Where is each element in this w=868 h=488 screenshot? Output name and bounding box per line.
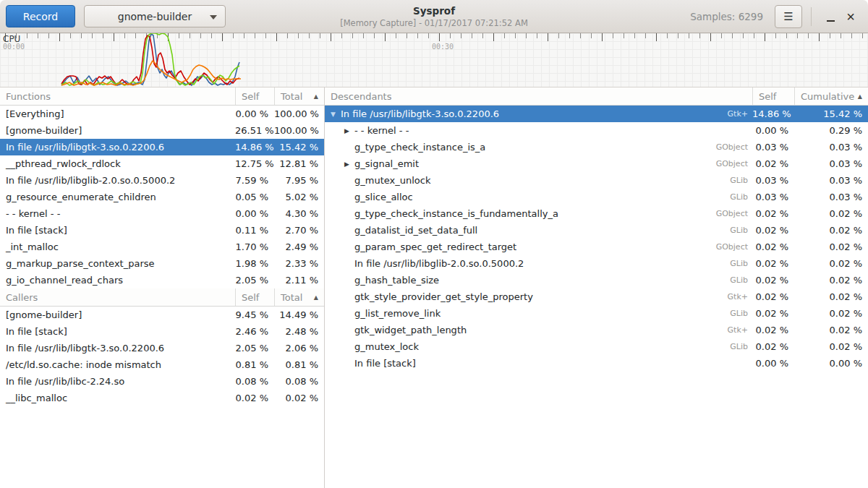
cpu-graph[interactable]: CPU 00:00 00:30	[0, 33, 868, 87]
row-name-cell: g_markup_parse_context_parse	[0, 258, 235, 269]
library-tag: Gtk+	[728, 109, 752, 119]
row-cumulative-value: 0.02 %	[794, 308, 868, 319]
table-row[interactable]: /etc/ld.so.cache: inode mismatch0.81 %0.…	[0, 356, 324, 373]
table-row[interactable]: g_hash_table_sizeGLib0.02 %0.02 %	[325, 272, 868, 288]
row-name-cell: __libc_malloc	[0, 393, 235, 403]
row-cumulative-value: 0.02 %	[794, 208, 868, 219]
expander-open-icon[interactable]: ▼	[331, 111, 341, 118]
sort-ascending-icon: ▲	[314, 294, 318, 301]
row-self-value: 0.00 %	[752, 358, 794, 369]
descendants-table-body: ▼In file /usr/lib/libgtk-3.so.0.2200.6Gt…	[325, 106, 868, 372]
cpu-lines-chart	[0, 33, 868, 87]
column-header-self[interactable]: Self	[235, 87, 274, 105]
table-row[interactable]: g_io_channel_read_chars2.05 %2.11 %	[0, 272, 324, 288]
sysprof-window: Record gnome-builder Sysprof [Memory Cap…	[0, 0, 868, 488]
row-label: In file /usr/lib/libgtk-3.so.0.2200.6	[6, 343, 164, 354]
table-row[interactable]: In file /usr/lib/libglib-2.0.so.0.5000.2…	[0, 172, 324, 189]
row-label: g_markup_parse_context_parse	[6, 258, 155, 269]
table-row[interactable]: In file /usr/lib/libc-2.24.so0.08 %0.08 …	[0, 373, 324, 390]
minimize-button[interactable]	[820, 5, 841, 28]
column-header-self[interactable]: Self	[235, 288, 274, 306]
table-row[interactable]: ▼In file /usr/lib/libgtk-3.so.0.2200.6Gt…	[325, 106, 868, 122]
row-cumulative-value: 0.29 %	[794, 125, 868, 136]
table-row[interactable]: In file [stack]2.46 %2.48 %	[0, 323, 324, 340]
table-row[interactable]: __pthread_rwlock_rdlock12.75 %12.81 %	[0, 155, 324, 172]
expander-closed-icon[interactable]: ▶	[344, 127, 354, 134]
process-selector-dropdown[interactable]: gnome-builder	[84, 5, 226, 27]
column-header-descendants[interactable]: Descendants	[325, 87, 752, 105]
library-tag: Gtk+	[728, 292, 752, 301]
row-name-cell: g_param_spec_get_redirect_targetGObject	[325, 241, 752, 252]
table-row[interactable]: g_markup_parse_context_parse1.98 %2.33 %	[0, 255, 324, 272]
row-cumulative-value: 0.02 %	[794, 341, 868, 352]
row-cumulative-value: 0.02 %	[794, 291, 868, 302]
table-row[interactable]: g_list_remove_linkGLib0.02 %0.02 %	[325, 305, 868, 322]
row-name-cell: _int_malloc	[0, 241, 235, 252]
table-row[interactable]: In file [stack]0.00 %0.00 %	[325, 355, 868, 372]
row-cumulative-value: 0.02 %	[794, 225, 868, 236]
row-cumulative-value: 0.02 %	[794, 258, 868, 269]
samples-count: Samples: 6299	[690, 11, 763, 22]
table-row[interactable]: g_mutex_lockGLib0.02 %0.02 %	[325, 338, 868, 355]
row-total-value: 100.00 %	[274, 125, 324, 136]
minimize-icon	[827, 20, 835, 22]
table-row[interactable]: gtk_style_provider_get_style_propertyGtk…	[325, 288, 868, 305]
row-label: In file /usr/lib/libglib-2.0.so.0.5000.2	[6, 175, 175, 186]
expander-closed-icon[interactable]: ▶	[344, 160, 354, 168]
row-name-cell: g_datalist_id_set_data_fullGLib	[325, 225, 752, 236]
row-self-value: 0.03 %	[752, 175, 794, 186]
table-row[interactable]: [gnome-builder]26.51 %100.00 %	[0, 122, 324, 139]
row-total-value: 0.02 %	[274, 393, 324, 403]
chevron-down-icon	[210, 15, 217, 20]
table-row[interactable]: g_mutex_unlockGLib0.03 %0.03 %	[325, 172, 868, 189]
library-tag: Gtk+	[728, 325, 752, 335]
column-header-total[interactable]: Total ▲	[274, 288, 324, 306]
row-name-cell: g_type_check_instance_is_fundamentally_a…	[325, 208, 752, 219]
row-label: _int_malloc	[6, 241, 59, 252]
table-row[interactable]: [Everything]0.00 %100.00 %	[0, 106, 324, 122]
close-icon: ×	[846, 9, 855, 24]
table-row[interactable]: In file /usr/lib/libglib-2.0.so.0.5000.2…	[325, 255, 868, 272]
table-row[interactable]: g_resource_enumerate_children0.05 %5.02 …	[0, 189, 324, 205]
column-header-total-label: Total	[281, 292, 302, 303]
table-row[interactable]: In file /usr/lib/libgtk-3.so.0.2200.614.…	[0, 139, 324, 155]
column-header-self[interactable]: Self	[752, 87, 794, 105]
table-row[interactable]: In file [stack]0.11 %2.70 %	[0, 222, 324, 239]
table-row[interactable]: g_type_check_instance_is_fundamentally_a…	[325, 205, 868, 222]
row-label: g_type_check_instance_is_a	[354, 142, 485, 153]
table-row[interactable]: _int_malloc1.70 %2.49 %	[0, 239, 324, 255]
table-row[interactable]: g_slice_allocGLib0.03 %0.03 %	[325, 189, 868, 205]
row-name-cell: In file [stack]	[325, 358, 752, 369]
row-cumulative-value: 0.03 %	[794, 175, 868, 186]
window-title: Sysprof	[413, 5, 455, 17]
row-self-value: 0.00 %	[235, 208, 274, 219]
row-self-value: 0.11 %	[235, 225, 274, 236]
row-self-value: 0.05 %	[235, 192, 274, 202]
row-self-value: 0.02 %	[752, 341, 794, 352]
close-button[interactable]: ×	[841, 5, 861, 28]
table-row[interactable]: __libc_malloc0.02 %0.02 %	[0, 390, 324, 406]
row-label: In file [stack]	[354, 358, 416, 369]
column-header-cumulative[interactable]: Cumulative ▲	[794, 87, 868, 105]
hamburger-icon: ☰	[783, 10, 793, 22]
menu-button[interactable]: ☰	[775, 5, 802, 28]
library-tag: GObject	[716, 142, 752, 152]
table-row[interactable]: g_datalist_id_set_data_fullGLib0.02 %0.0…	[325, 222, 868, 239]
row-name-cell: [Everything]	[0, 108, 235, 119]
row-self-value: 2.05 %	[235, 275, 274, 286]
table-row[interactable]: In file /usr/lib/libgtk-3.so.0.2200.62.0…	[0, 340, 324, 356]
row-label: g_datalist_id_set_data_full	[354, 225, 477, 236]
table-row[interactable]: gtk_widget_path_lengthGtk+0.02 %0.02 %	[325, 322, 868, 338]
table-row[interactable]: [gnome-builder]9.45 %14.49 %	[0, 307, 324, 323]
column-header-callers[interactable]: Callers	[0, 288, 235, 306]
record-button[interactable]: Record	[6, 5, 75, 27]
table-row[interactable]: - - kernel - -0.00 %4.30 %	[0, 205, 324, 222]
column-header-total[interactable]: Total ▲	[274, 87, 324, 105]
column-header-functions[interactable]: Functions	[0, 87, 235, 105]
table-row[interactable]: ▶- - kernel - -0.00 %0.29 %	[325, 122, 868, 139]
table-row[interactable]: g_param_spec_get_redirect_targetGObject0…	[325, 239, 868, 255]
table-row[interactable]: ▶g_signal_emitGObject0.02 %0.03 %	[325, 155, 868, 172]
table-row[interactable]: g_type_check_instance_is_aGObject0.03 %0…	[325, 139, 868, 155]
row-name-cell: ▶g_signal_emitGObject	[325, 158, 752, 169]
row-cumulative-value: 0.03 %	[794, 192, 868, 202]
